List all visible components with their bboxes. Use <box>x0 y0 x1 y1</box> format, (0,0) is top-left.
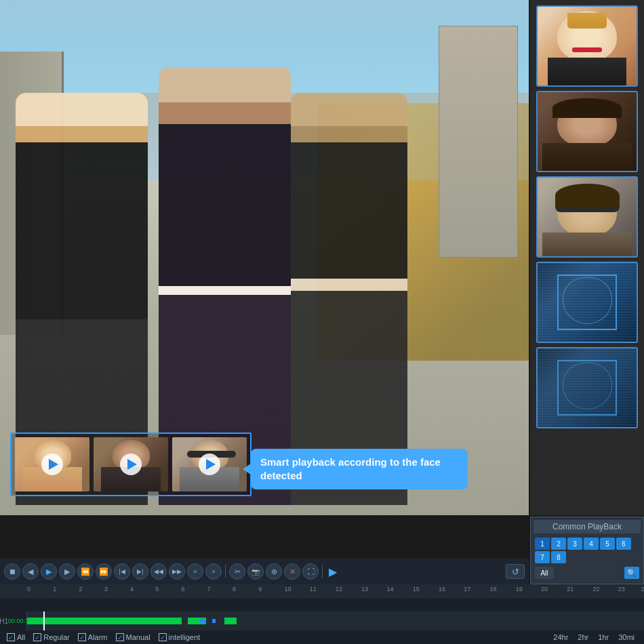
filter-all-label: All <box>17 633 25 641</box>
channel-grid: 1 2 3 4 5 6 7 8 <box>534 536 641 565</box>
filter-regular[interactable]: ✓ Regular <box>33 633 70 641</box>
slow-button[interactable]: « <box>187 563 203 580</box>
zoom-button[interactable]: ⊕ <box>266 563 282 580</box>
person3-silhouette <box>291 93 407 505</box>
timeline-ruler: 0 1 2 3 4 5 6 7 8 9 10 11 12 13 14 15 16… <box>0 584 644 598</box>
timeline-track[interactable] <box>27 611 644 630</box>
time-20: 20 <box>541 586 548 592</box>
channel-all-btn[interactable]: All <box>535 567 554 579</box>
time-cursor <box>43 611 45 630</box>
time-24: 24 <box>641 586 644 592</box>
filter-all[interactable]: ✓ All <box>7 633 25 641</box>
channel-btn-5[interactable]: 5 <box>600 538 615 550</box>
channel-btn-4[interactable]: 4 <box>584 538 599 550</box>
channel-btn-7[interactable]: 7 <box>535 551 550 563</box>
play-overlay-2[interactable] <box>120 454 142 475</box>
play-overlay-1[interactable] <box>41 454 63 475</box>
search-button[interactable]: 🔍 <box>624 567 639 579</box>
filter-intelligent[interactable]: ✓ intelligent <box>159 633 200 641</box>
face-3-bg <box>538 178 637 256</box>
frame-forward-button[interactable]: ▶ <box>59 563 75 580</box>
time-6: 6 <box>182 586 185 592</box>
timeline-zoom-buttons: 24hr 2hr 1hr 30mi <box>550 632 637 642</box>
face-thumb-2[interactable] <box>94 437 168 491</box>
close-button[interactable]: ✕ <box>284 563 300 580</box>
snapshot-button[interactable]: 📷 <box>247 563 264 580</box>
play-icon-3 <box>206 459 216 470</box>
time-10: 10 <box>284 586 291 592</box>
rewind-button[interactable]: ⏪ <box>77 563 94 580</box>
checkbox-intelligent[interactable]: ✓ <box>159 633 167 641</box>
clip-button[interactable]: ✂ <box>229 563 245 580</box>
checkmark-all: ✓ <box>8 634 14 641</box>
tooltip-text: Smart playback according to the face det… <box>260 456 441 481</box>
time-8: 8 <box>233 586 236 592</box>
timeline-area[interactable]: 0 1 2 3 4 5 6 7 8 9 10 11 12 13 14 15 16… <box>0 584 644 630</box>
scan-face-outline-5 <box>563 363 612 410</box>
checkbox-manual[interactable]: ✓ <box>116 633 124 641</box>
channel-btn-6[interactable]: 6 <box>616 538 631 550</box>
filter-manual[interactable]: ✓ Manual <box>116 633 150 641</box>
prev-segment-button[interactable]: ◀◀ <box>150 563 167 580</box>
ch-label-text: CH1 <box>0 618 8 625</box>
channel-btn-1[interactable]: 1 <box>535 538 550 550</box>
channel-btn-2[interactable]: 2 <box>551 538 566 550</box>
building-right <box>439 26 518 258</box>
fast-forward-button[interactable]: ⏩ <box>96 563 112 580</box>
play-overlay-3[interactable] <box>199 454 220 475</box>
channel-search-row: All 🔍 <box>534 565 641 581</box>
recording-type-filters: ✓ All ✓ Regular ✓ Alarm ✓ Manual ✓ <box>7 633 200 641</box>
zoom-24hr[interactable]: 24hr <box>550 632 571 642</box>
zoom-2hr[interactable]: 2hr <box>575 632 591 642</box>
checkbox-alarm[interactable]: ✓ <box>78 633 86 641</box>
filter-regular-label: Regular <box>43 633 70 641</box>
face-1-bg <box>538 7 637 85</box>
fast-button[interactable]: » <box>205 563 222 580</box>
time-22: 22 <box>592 586 599 592</box>
stop-button[interactable]: ⏹ <box>4 563 20 580</box>
hair-2 <box>552 98 622 118</box>
checkmark-regular: ✓ <box>35 634 40 641</box>
time-14: 14 <box>387 586 394 592</box>
ruler-marks: 0 1 2 3 4 5 6 7 8 9 10 11 12 13 14 15 16… <box>27 584 644 598</box>
channel-btn-3[interactable]: 3 <box>567 538 582 550</box>
time-4: 4 <box>130 586 134 592</box>
time-16: 16 <box>439 586 445 592</box>
face-detection-thumb-5[interactable] <box>536 347 638 428</box>
skip-end-button[interactable]: ▶| <box>132 563 148 580</box>
body-color-2 <box>542 143 631 171</box>
checkbox-all[interactable]: ✓ <box>7 633 15 641</box>
frame-back-button[interactable]: ◀ <box>22 563 39 580</box>
skip-start-button[interactable]: |◀ <box>114 563 130 580</box>
face-thumb-1[interactable] <box>15 437 89 491</box>
scan-face-outline-4 <box>563 277 612 325</box>
zoom-1hr[interactable]: 1hr <box>595 632 611 642</box>
zoom-30min[interactable]: 30mi <box>616 632 637 642</box>
face-detection-thumb-1[interactable] <box>536 5 638 87</box>
controls-divider-1 <box>225 565 226 578</box>
face-thumb-3[interactable] <box>172 437 247 491</box>
refresh-button[interactable]: ↺ <box>506 564 525 579</box>
face-thumbnail-strip <box>10 432 251 496</box>
time-0: 0 <box>27 586 31 592</box>
play-button[interactable]: ▶ <box>41 563 57 580</box>
smart-playback-tooltip: Smart playback according to the face det… <box>251 449 468 490</box>
face-detection-thumb-4[interactable] <box>536 262 638 343</box>
checkbox-regular[interactable]: ✓ <box>33 633 41 641</box>
checkmark-manual: ✓ <box>117 634 123 641</box>
face-detection-thumb-3[interactable] <box>536 176 638 258</box>
main-video-area: Smart playback according to the face det… <box>0 0 529 515</box>
time-18: 18 <box>490 586 497 592</box>
time-7: 7 <box>207 586 211 592</box>
channel-label: CH1 00:00:37 <box>0 611 27 630</box>
face-detection-thumb-2[interactable] <box>536 91 638 172</box>
face-detection-panel <box>530 0 644 515</box>
next-segment-button[interactable]: ▶▶ <box>169 563 185 580</box>
lips-1 <box>572 47 602 52</box>
filter-alarm[interactable]: ✓ Alarm <box>78 633 108 641</box>
time-23: 23 <box>618 586 625 592</box>
body-color-1 <box>548 58 627 85</box>
channel-btn-8[interactable]: 8 <box>551 551 566 563</box>
playback-panel-title: Common PlayBack <box>534 520 641 534</box>
fullscreen-button[interactable]: ⛶ <box>302 563 319 580</box>
